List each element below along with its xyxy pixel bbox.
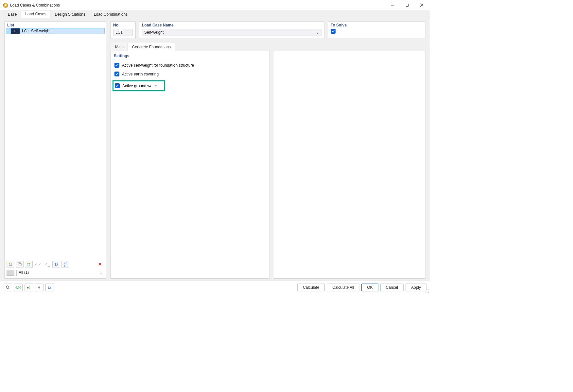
detail-tabs: Main Concrete Foundations bbox=[110, 42, 426, 51]
chevron-down-icon: ⌄ bbox=[316, 30, 319, 35]
name-value: Self-weight bbox=[144, 30, 164, 35]
tab-load-cases[interactable]: Load Cases bbox=[21, 10, 50, 18]
name-label: Load Case Name bbox=[142, 23, 321, 27]
svg-point-17 bbox=[428, 289, 429, 290]
filter-color-swatch[interactable] bbox=[7, 270, 14, 276]
svg-rect-13 bbox=[27, 287, 28, 288]
chevron-down-icon: ⌄ bbox=[99, 271, 102, 275]
svg-line-12 bbox=[9, 288, 9, 289]
svg-line-15 bbox=[28, 288, 30, 289]
no-input[interactable]: LC1 bbox=[113, 29, 133, 36]
list-body-empty bbox=[5, 34, 106, 259]
tree-icon-button[interactable] bbox=[25, 284, 33, 291]
filter-select[interactable]: All (1) ⌄ bbox=[16, 270, 104, 276]
delete-button[interactable]: ✕ bbox=[96, 261, 104, 268]
svg-point-11 bbox=[6, 286, 9, 288]
label-earth: Active earth covering bbox=[122, 72, 159, 76]
solve-checkbox[interactable] bbox=[331, 29, 336, 34]
cancel-button[interactable]: Cancel bbox=[380, 284, 404, 291]
tab-concrete-foundations[interactable]: Concrete Foundations bbox=[128, 43, 175, 51]
svg-rect-3 bbox=[406, 4, 408, 6]
checkall-button[interactable]: ✓✓ bbox=[34, 261, 42, 268]
settings-panel-right-empty bbox=[273, 51, 426, 279]
tab-main[interactable]: Main bbox=[111, 43, 128, 51]
calculate-all-button[interactable]: Calculate All bbox=[327, 284, 359, 291]
list-header: List bbox=[5, 22, 106, 28]
list-item[interactable]: G LC1 Self-weight bbox=[6, 28, 105, 34]
ok-button[interactable]: OK bbox=[361, 284, 378, 291]
settings-title: Settings bbox=[114, 54, 266, 58]
list-item-code: LC1 bbox=[20, 29, 31, 33]
list-item-color-swatch bbox=[6, 28, 11, 34]
close-button[interactable] bbox=[414, 1, 429, 10]
label-groundwater: Active ground water bbox=[122, 84, 157, 88]
apply-button[interactable]: Apply bbox=[406, 284, 426, 291]
svg-line-7 bbox=[9, 263, 10, 264]
svg-point-21 bbox=[427, 292, 427, 293]
dialog-footer: 0,00 fx Calculate Calculate All OK Cance… bbox=[0, 281, 430, 294]
dialog-window: Load Cases & Combinations Base Load Case… bbox=[0, 0, 430, 294]
main-tabs: Base Load Cases Design Situations Load C… bbox=[0, 10, 430, 18]
copy-item-button[interactable] bbox=[16, 261, 24, 268]
window-title: Load Cases & Combinations bbox=[10, 3, 60, 8]
minimize-button[interactable] bbox=[385, 1, 400, 10]
check-row-groundwater-highlighted: Active ground water bbox=[113, 80, 165, 91]
name-box: Load Case Name Self-weight ⌄ bbox=[139, 21, 324, 39]
svg-point-20 bbox=[425, 292, 426, 293]
svg-point-19 bbox=[428, 291, 429, 291]
svg-point-1 bbox=[5, 4, 7, 6]
name-input[interactable]: Self-weight ⌄ bbox=[142, 29, 321, 36]
units-icon-button[interactable]: 0,00 bbox=[14, 284, 23, 291]
check-row-earth: Active earth covering bbox=[114, 70, 266, 78]
record-icon-button[interactable] bbox=[35, 284, 43, 291]
detail-content: Main Concrete Foundations Settings Activ… bbox=[110, 42, 426, 279]
solve-label: To Solve bbox=[331, 23, 423, 27]
function-icon-button[interactable]: fx bbox=[45, 284, 54, 291]
filter-select-value: All (1) bbox=[19, 270, 29, 275]
svg-point-18 bbox=[427, 291, 427, 291]
list-item-category-badge: G bbox=[11, 28, 20, 34]
checkbox-selfweight[interactable] bbox=[114, 63, 119, 68]
list-toolbar: ✓✓ ✓_ 2↕6 ✕ bbox=[5, 259, 106, 269]
checkbox-groundwater[interactable] bbox=[115, 83, 120, 88]
list-panel: List G LC1 Self-weight ✓✓ ✓_ 2↕6 ✕ bbox=[4, 21, 106, 279]
uncheckall-button[interactable]: ✓_ bbox=[43, 261, 51, 268]
settings-panel: Settings Active self-weight for foundati… bbox=[110, 51, 270, 279]
tab-base[interactable]: Base bbox=[4, 10, 21, 18]
svg-point-16 bbox=[38, 286, 40, 288]
no-box: No. LC1 bbox=[110, 21, 136, 39]
edit-item-button[interactable] bbox=[25, 261, 33, 268]
svg-point-22 bbox=[428, 292, 429, 293]
list-filter-row: All (1) ⌄ bbox=[5, 269, 106, 278]
new-item-button[interactable] bbox=[7, 261, 14, 268]
solve-box: To Solve bbox=[328, 21, 426, 39]
detail-column: No. LC1 Load Case Name Self-weight ⌄ To … bbox=[110, 21, 426, 279]
list-item-name: Self-weight bbox=[31, 29, 52, 33]
refresh-button[interactable] bbox=[52, 261, 60, 268]
dialog-body: List G LC1 Self-weight ✓✓ ✓_ 2↕6 ✕ bbox=[0, 18, 430, 281]
checkbox-earth[interactable] bbox=[114, 72, 119, 76]
app-icon bbox=[3, 3, 8, 8]
svg-line-14 bbox=[28, 286, 30, 288]
settings-columns: Settings Active self-weight for foundati… bbox=[110, 51, 426, 279]
tab-load-combinations[interactable]: Load Combinations bbox=[90, 10, 132, 18]
titlebar: Load Cases & Combinations bbox=[0, 0, 430, 10]
no-value: LC1 bbox=[115, 30, 123, 35]
no-label: No. bbox=[113, 23, 133, 27]
renumber-button[interactable]: 2↕6 bbox=[61, 261, 69, 268]
calculate-button[interactable]: Calculate bbox=[297, 284, 325, 291]
detail-header-row: No. LC1 Load Case Name Self-weight ⌄ To … bbox=[110, 21, 426, 39]
maximize-button[interactable] bbox=[400, 1, 414, 10]
search-icon-button[interactable] bbox=[4, 284, 12, 291]
label-selfweight: Active self-weight for foundation struct… bbox=[122, 63, 194, 68]
tab-design-situations[interactable]: Design Situations bbox=[50, 10, 89, 18]
svg-rect-9 bbox=[19, 264, 21, 266]
check-row-selfweight: Active self-weight for foundation struct… bbox=[114, 61, 266, 70]
resize-grip-icon[interactable] bbox=[425, 289, 429, 293]
